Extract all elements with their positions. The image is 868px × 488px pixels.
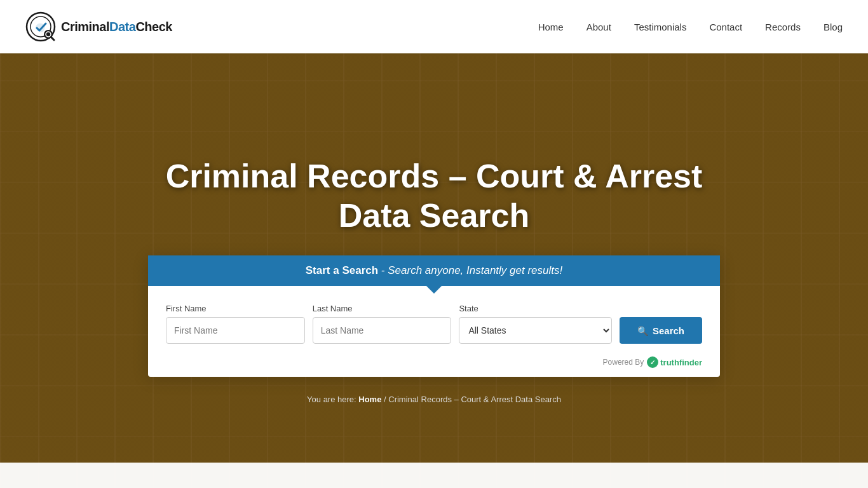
- svg-line-3: [51, 37, 54, 40]
- search-fields: First Name Last Name State All StatesAla…: [148, 286, 720, 356]
- hero-title: Criminal Records – Court & Arrest Data S…: [166, 156, 703, 236]
- last-name-label: Last Name: [313, 304, 452, 313]
- search-icon: [637, 325, 648, 336]
- search-button[interactable]: Search: [620, 317, 702, 344]
- breadcrumb-home[interactable]: Home: [358, 395, 381, 404]
- state-label: State: [459, 304, 612, 313]
- state-field-group: State All StatesAlabamaAlaskaArizonaArka…: [459, 304, 612, 344]
- nav-contact[interactable]: Contact: [709, 22, 742, 32]
- site-header: CriminalDataCheck Home About Testimonial…: [0, 0, 868, 53]
- main-nav: Home About Testimonials Contact Records …: [538, 22, 843, 32]
- powered-by-text: Powered By: [603, 358, 644, 367]
- nav-records[interactable]: Records: [765, 22, 801, 32]
- powered-by: Powered By ✓ truthfinder: [148, 356, 720, 377]
- state-select[interactable]: All StatesAlabamaAlaskaArizonaArkansasCa…: [459, 317, 612, 344]
- truthfinder-icon: ✓: [647, 356, 658, 368]
- logo[interactable]: CriminalDataCheck: [25, 11, 172, 42]
- breadcrumb-prefix: You are here:: [307, 395, 358, 404]
- search-container: Start a Search - Search anyone, Instantl…: [148, 255, 720, 377]
- first-name-input[interactable]: [166, 317, 305, 344]
- first-name-field-group: First Name: [166, 304, 305, 344]
- search-header-bar: Start a Search - Search anyone, Instantl…: [148, 255, 720, 286]
- last-name-field-group: Last Name: [313, 304, 452, 344]
- nav-testimonials[interactable]: Testimonials: [634, 22, 687, 32]
- nav-about[interactable]: About: [587, 22, 611, 32]
- first-name-label: First Name: [166, 304, 305, 313]
- hero-section: Criminal Records – Court & Arrest Data S…: [0, 0, 868, 488]
- logo-text: CriminalDataCheck: [61, 20, 172, 34]
- truthfinder-name: truthfinder: [660, 358, 702, 367]
- breadcrumb: You are here: Home / Criminal Records – …: [307, 395, 561, 404]
- truthfinder-logo: ✓ truthfinder: [647, 356, 702, 368]
- logo-icon: [25, 11, 56, 42]
- breadcrumb-current: Criminal Records – Court & Arrest Data S…: [388, 395, 561, 404]
- bottom-strip: [0, 463, 868, 488]
- nav-blog[interactable]: Blog: [824, 22, 843, 32]
- search-button-label: Search: [653, 325, 684, 336]
- last-name-input[interactable]: [313, 317, 452, 344]
- search-header-text: Start a Search - Search anyone, Instantl…: [306, 264, 562, 276]
- hero-content: Criminal Records – Court & Arrest Data S…: [0, 84, 868, 405]
- nav-home[interactable]: Home: [538, 22, 564, 32]
